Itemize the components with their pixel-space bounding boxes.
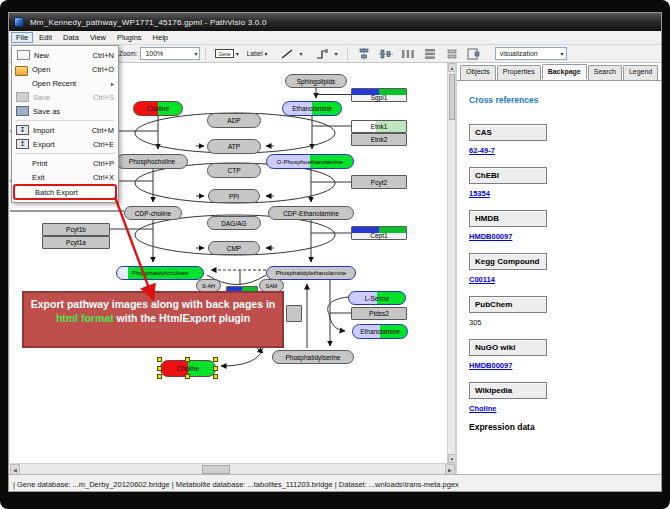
title-bar[interactable]: Mm_Kennedy_pathway_WP1771_45176.gpml - P… <box>9 13 662 31</box>
pathway-node-choline[interactable]: Choline <box>133 101 183 116</box>
menu-item-label: Batch Export <box>35 188 78 197</box>
selection-handle[interactable] <box>157 357 162 362</box>
pathway-node-choline-selected[interactable]: Choline <box>160 360 216 377</box>
crossref-link[interactable]: HMDB00097 <box>469 232 662 241</box>
selection-handle[interactable] <box>185 357 190 362</box>
draw-line-button[interactable]: ▾ <box>274 47 305 61</box>
menu-item-batch-export[interactable]: Batch Export <box>13 184 117 200</box>
pathway-node-pcyt1a[interactable]: Pcyt1a <box>42 236 110 249</box>
draw-connector-button[interactable]: ▾ <box>309 47 340 61</box>
node-label: CDP-Ethanolamine <box>269 207 353 219</box>
pathway-node-phosphatidylserine[interactable]: Phosphatidylserine <box>272 350 354 364</box>
no-icon <box>15 172 28 182</box>
tab-search[interactable]: Search <box>588 65 622 80</box>
add-gene-button[interactable]: Gene ▾ <box>213 48 240 59</box>
file-menu-dropdown: NewCtrl+NOpenCtrl+OOpen Recent▸SaveCtrl+… <box>11 45 119 203</box>
pathway-node-ptdss2[interactable]: Ptdss2 <box>351 307 407 320</box>
open-folder-icon <box>15 66 28 76</box>
tab-objects[interactable]: Objects <box>460 65 496 80</box>
vertical-scrollbar[interactable]: ▲ ▼ <box>447 63 455 463</box>
pathway-node-atp[interactable]: ATP <box>207 139 261 154</box>
distribute-horizontal-icon[interactable] <box>401 48 415 60</box>
pathway-node-etnk2[interactable]: Etnk2 <box>351 133 407 146</box>
tab-properties[interactable]: Properties <box>497 65 541 80</box>
status-bar: | Gene database: ...m_Derby_20120602.bri… <box>9 474 662 492</box>
pathway-node-phosphatidylethanolamine[interactable]: Phosphatidylethanolamine <box>266 266 356 280</box>
align-middle-icon[interactable] <box>379 48 393 60</box>
menu-edit[interactable]: Edit <box>34 32 57 43</box>
menu-item-save-as[interactable]: Save as <box>12 104 118 118</box>
pathway-node-pcyt1b[interactable]: Pcyt1b <box>42 223 110 236</box>
pathway-node-ppi[interactable]: PPi <box>208 189 260 203</box>
menu-item-label: Save as <box>33 107 60 116</box>
stack-icon[interactable] <box>445 48 459 60</box>
chevron-down-icon[interactable]: ▾ <box>188 50 197 57</box>
add-label-button[interactable]: Label ▾ <box>245 49 270 58</box>
chevron-down-icon[interactable]: ▾ <box>555 50 564 57</box>
menu-item-export[interactable]: ↥ExportCtrl+E <box>12 137 118 151</box>
chevron-down-icon[interactable]: ▾ <box>236 50 239 57</box>
pathway-node-sphingolipids[interactable]: Sphingolipids <box>285 74 347 88</box>
menu-help[interactable]: Help <box>148 32 173 43</box>
node-label: CMP <box>209 242 259 254</box>
align-center-icon[interactable] <box>357 48 371 60</box>
menu-item-open[interactable]: OpenCtrl+O <box>12 62 118 76</box>
horizontal-scroll-thumb[interactable] <box>202 465 230 474</box>
cross-references-list: CAS62-49-7ChEBI15354HMDBHMDB00097Kegg Co… <box>469 121 662 413</box>
pathway-node-ethanolamine[interactable]: Ethanolamine <box>282 101 342 116</box>
menu-item-open-recent[interactable]: Open Recent▸ <box>12 76 118 90</box>
menu-view[interactable]: View <box>85 32 111 43</box>
pathway-node-phosphatidylcholines[interactable]: Phosphatidylcholines <box>116 266 204 280</box>
selection-handle[interactable] <box>213 366 218 371</box>
menu-item-new[interactable]: NewCtrl+N <box>12 48 118 62</box>
menu-item-import[interactable]: ↧ImportCtrl+M <box>12 123 118 137</box>
selection-handle[interactable] <box>213 374 218 379</box>
crossref-link[interactable]: C00114 <box>469 275 662 284</box>
pathway-node-l-serine[interactable]: L-Serine <box>348 291 406 305</box>
tab-legend[interactable]: Legend <box>623 65 658 80</box>
pathway-node-etnk1[interactable]: Etnk1 <box>351 120 407 133</box>
common-bounds-icon[interactable] <box>467 48 481 60</box>
pathway-node-adp[interactable]: ADP <box>207 113 261 128</box>
chevron-down-icon[interactable]: ▾ <box>265 50 268 57</box>
pathway-node-cdp-ethanolamine[interactable]: CDP-Ethanolamine <box>268 206 354 220</box>
crossref-header: NuGO wiki <box>469 339 547 356</box>
pathway-node-cmp[interactable]: CMP <box>208 241 260 255</box>
pathway-node-phosphocholine[interactable]: Phosphocholine <box>116 154 188 169</box>
horizontal-scrollbar[interactable]: ◀ ▶ <box>10 463 455 474</box>
pathway-node-pcyt2[interactable]: Pcyt2 <box>351 175 407 189</box>
crossref-link[interactable]: 62-49-7 <box>469 146 662 155</box>
selection-handle[interactable] <box>157 374 162 379</box>
menu-item-save[interactable]: SaveCtrl+S <box>12 90 118 104</box>
crossref-header: ChEBI <box>469 167 547 184</box>
pathway-node-cept1[interactable]: Cept1 <box>351 226 407 240</box>
crossref-link[interactable]: 15354 <box>469 189 662 198</box>
selection-handle[interactable] <box>213 357 218 362</box>
selection-handle[interactable] <box>185 374 190 379</box>
chevron-down-icon[interactable]: ▾ <box>300 50 303 57</box>
pathway-node-ptdss1[interactable] <box>286 305 302 322</box>
selection-handle[interactable] <box>157 366 162 371</box>
pathway-node-cdp-choline[interactable]: CDP-choline <box>124 206 182 220</box>
pathway-node-o-phosphoethanolamine[interactable]: O-Phosphoethanolamine <box>266 154 354 169</box>
crossref-link[interactable]: Choline <box>469 404 662 413</box>
visualization-combobox[interactable]: visualization ▾ <box>495 47 567 60</box>
zoom-combobox[interactable]: 100% ▾ <box>140 47 200 60</box>
pathway-node-ethanolamine-2[interactable]: Ethanolamine <box>352 324 408 339</box>
chevron-down-icon[interactable]: ▾ <box>335 50 338 57</box>
menu-item-print[interactable]: PrintCtrl+P <box>12 156 118 170</box>
pathway-node-ctp[interactable]: CTP <box>207 163 261 178</box>
tab-backpage[interactable]: Backpage <box>542 64 587 79</box>
save-as-icon <box>16 106 29 116</box>
pathway-node-sgpl1[interactable]: Sgpl1 <box>351 88 407 102</box>
node-label: Ethanolamine <box>353 325 407 338</box>
menu-plugins[interactable]: Plugins <box>112 32 147 43</box>
node-label: Cept1 <box>352 232 406 239</box>
pathway-node-dag-ag[interactable]: DAG/AG <box>207 216 261 230</box>
node-label: O-Phosphoethanolamine <box>267 155 353 168</box>
distribute-vertical-icon[interactable] <box>423 48 437 60</box>
menu-file[interactable]: File <box>11 32 33 43</box>
crossref-link[interactable]: HMDB00097 <box>469 361 662 370</box>
menu-item-exit[interactable]: ExitCtrl+X <box>12 170 118 184</box>
menu-data[interactable]: Data <box>58 32 84 43</box>
